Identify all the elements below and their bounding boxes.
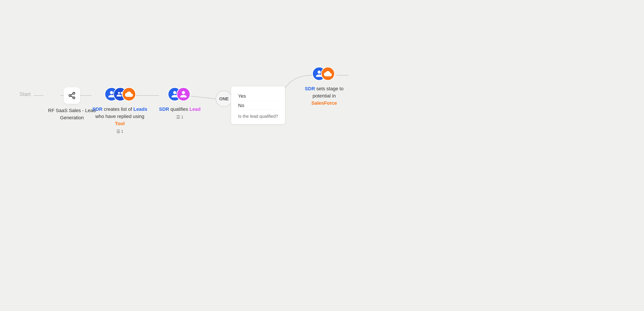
one-circle: ONE (216, 91, 232, 107)
right-text: sets stage to potential in (313, 86, 344, 99)
cluster-1-label: SDR creates list of Leads who have repli… (92, 106, 148, 127)
cluster-node-2[interactable]: SDR qualifies Lead ☰ 1 (159, 87, 201, 120)
steps-badge-2: ☰ 1 (176, 115, 183, 120)
connector-lines (0, 0, 644, 311)
tool-label: Tool (115, 121, 125, 126)
right-node-label: SDR sets stage to potential in SalesForc… (300, 85, 348, 107)
share-icon-box (64, 87, 80, 104)
salesforce-label: SalesForce (311, 100, 337, 106)
decision-yes[interactable]: Yes (238, 92, 278, 101)
svg-line-9 (71, 96, 73, 97)
avatar-salesforce-orange (321, 67, 335, 81)
cluster-node-1[interactable]: SDR creates list of Leads who have repli… (92, 87, 148, 134)
avatar-lead-pink (176, 87, 190, 101)
share-icon (68, 92, 76, 99)
steps-icon-1: ☰ (116, 129, 120, 134)
decision-question: Is the lead qualified? (238, 114, 278, 119)
cluster-right-avatars (312, 67, 336, 82)
right-node[interactable]: SDR sets stage to potential in SalesForc… (300, 67, 348, 107)
lead-label: Lead (189, 106, 200, 112)
cluster-2-avatars (168, 87, 192, 103)
cluster-1-text2: who have replied using (95, 114, 144, 119)
steps-icon-2: ☰ (176, 115, 180, 120)
sdr-label-right: SDR (305, 86, 315, 91)
cluster-2-text: qualifies (170, 106, 190, 112)
cluster-1-avatars (104, 87, 135, 103)
decision-box: Yes No Is the lead qualified? (231, 86, 285, 124)
leads-label: Leads (133, 106, 147, 112)
start-label: Start (20, 91, 31, 97)
sdr-label-2: SDR (159, 106, 169, 112)
cluster-1-text: creates list of (104, 106, 134, 112)
svg-line-10 (71, 94, 73, 95)
decision-no[interactable]: No (238, 101, 278, 110)
steps-count-1: 1 (121, 129, 123, 134)
sdr-label-1: SDR (92, 106, 102, 112)
cluster-2-label: SDR qualifies Lead (159, 106, 201, 113)
avatar-tool-orange (122, 87, 136, 101)
steps-count-2: 1 (181, 115, 183, 120)
workflow-canvas: Start RF SaaS Sales - Lead Generation (0, 0, 644, 311)
steps-badge-1: ☰ 1 (116, 129, 123, 134)
one-node[interactable]: ONE (216, 91, 232, 107)
